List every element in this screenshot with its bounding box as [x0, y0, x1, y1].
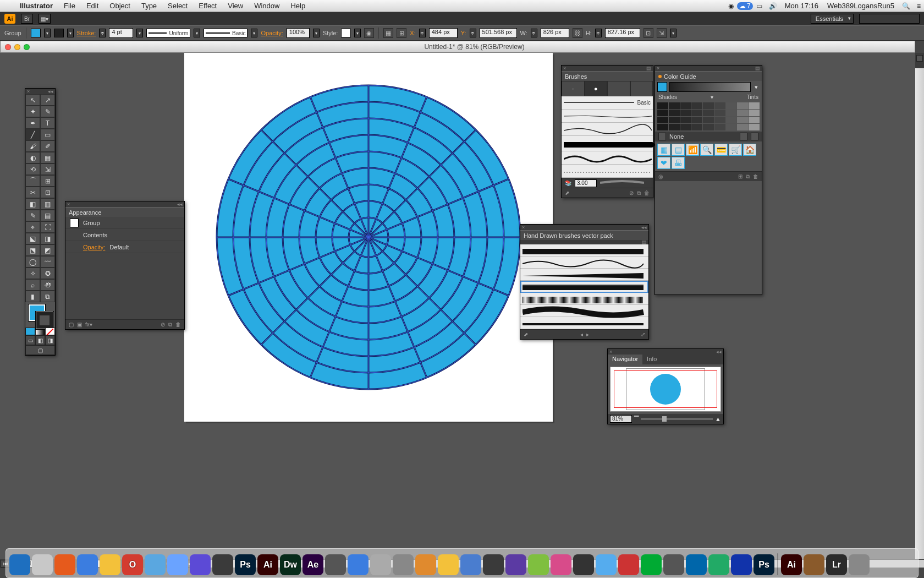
bridge-button[interactable]: Br: [21, 14, 33, 24]
color-swatch[interactable]: [680, 124, 691, 130]
artboard[interactable]: [184, 53, 553, 422]
close-icon[interactable]: ×: [563, 66, 566, 71]
guide-icon[interactable]: ▦: [657, 144, 670, 156]
vertical-scrollbar[interactable]: [915, 53, 924, 559]
dock-app-icon[interactable]: [528, 554, 549, 575]
color-swatch[interactable]: [726, 102, 737, 109]
panel-menu-icon[interactable]: ▤: [646, 66, 651, 71]
align-to-icon[interactable]: ⇲: [657, 28, 667, 38]
menu-type[interactable]: Type: [136, 2, 162, 10]
dock-app-icon[interactable]: Lr: [826, 554, 847, 575]
menu-edit[interactable]: Edit: [81, 2, 104, 10]
color-mode-color[interactable]: [25, 328, 35, 335]
tool-button[interactable]: 〰: [40, 256, 55, 268]
guide-icon[interactable]: ▤: [672, 144, 685, 156]
shape-mode-icon[interactable]: ⊡: [644, 28, 653, 38]
align-to-dd[interactable]: ▾: [670, 29, 676, 37]
tool-button[interactable]: ◨: [40, 233, 55, 244]
dock-app-icon[interactable]: [32, 554, 53, 575]
color-swatch[interactable]: [714, 117, 725, 123]
save-group-icon[interactable]: [751, 133, 758, 140]
h-stepper[interactable]: ≑: [595, 29, 602, 37]
new-stroke-icon[interactable]: ▣: [77, 321, 82, 328]
tool-button[interactable]: ✧: [25, 268, 40, 279]
close-icon[interactable]: ×: [67, 201, 70, 207]
dock-app-icon[interactable]: Ae: [302, 554, 323, 575]
tool-button[interactable]: ▦: [40, 152, 55, 163]
brush-definition[interactable]: Basic: [204, 29, 248, 37]
color-swatch[interactable]: [703, 117, 714, 123]
tool-button[interactable]: ▥: [40, 198, 55, 210]
hand-brush-item[interactable]: [520, 317, 648, 329]
dock-app-icon[interactable]: [9, 554, 30, 575]
appearance-opacity-row[interactable]: Opacity: Default: [65, 241, 184, 253]
tool-button[interactable]: ⇲: [40, 163, 55, 175]
tool-button[interactable]: ╱: [25, 129, 40, 140]
dock-app-icon[interactable]: [77, 554, 98, 575]
status-cloud-icon[interactable]: ☁7: [737, 2, 753, 10]
grid-icon[interactable]: [658, 133, 666, 140]
tool-button[interactable]: 🖌: [25, 140, 40, 152]
info-tab[interactable]: Info: [642, 355, 661, 364]
dock-app-icon[interactable]: [370, 554, 391, 575]
color-swatch[interactable]: [669, 102, 680, 109]
tool-button[interactable]: ▮: [25, 291, 40, 302]
tool-button[interactable]: ⬔: [25, 244, 40, 256]
tool-button[interactable]: ▤: [40, 210, 55, 221]
trash-icon[interactable]: 🗑: [175, 321, 181, 328]
workspace-switcher[interactable]: Essentials: [811, 14, 854, 24]
harmony-dropdown[interactable]: [669, 82, 751, 92]
tool-button[interactable]: T: [40, 117, 55, 129]
tool-button[interactable]: ⊡: [40, 187, 55, 198]
stroke-weight-dd[interactable]: ▾: [136, 29, 143, 37]
guide-icon[interactable]: 📶: [686, 144, 699, 156]
x-input[interactable]: 484 px: [429, 28, 458, 38]
polar-grid-artwork[interactable]: [215, 83, 522, 391]
dock-app-icon[interactable]: [460, 554, 481, 575]
dock-app-icon[interactable]: Ps: [235, 554, 256, 575]
color-swatch[interactable]: [703, 102, 714, 109]
fill-stroke-control[interactable]: [25, 302, 55, 328]
brush-basic[interactable]: Basic: [562, 96, 653, 110]
brush-dd[interactable]: ▾: [251, 29, 257, 37]
tool-button[interactable]: ⬕: [25, 233, 40, 244]
dock-app-icon[interactable]: [483, 554, 504, 575]
color-swatch[interactable]: [737, 110, 748, 116]
dock-app-icon[interactable]: [708, 554, 729, 575]
color-swatch[interactable]: [691, 117, 702, 123]
edit-colors-icon[interactable]: ◎: [658, 173, 663, 179]
guide-icon[interactable]: 🛒: [729, 144, 742, 156]
opacity-dd[interactable]: ▾: [313, 29, 320, 37]
tool-button[interactable]: ◩: [40, 244, 55, 256]
color-swatch[interactable]: [703, 124, 714, 130]
tool-button[interactable]: ▭: [40, 129, 55, 140]
stroke-weight-stepper[interactable]: ≑: [99, 29, 106, 37]
recolor-art-icon[interactable]: ◉: [364, 28, 374, 38]
panel-menu-icon[interactable]: ▤: [755, 66, 760, 71]
brush-slot-2[interactable]: ●: [585, 81, 608, 96]
navigator-zoom-input[interactable]: 81%: [610, 415, 632, 423]
minimize-window-icon[interactable]: [14, 44, 20, 50]
menu-file[interactable]: File: [58, 2, 81, 10]
tool-button[interactable]: ⊞: [40, 175, 55, 187]
menu-select[interactable]: Select: [162, 2, 193, 10]
stroke-dropdown[interactable]: ▾: [67, 29, 74, 37]
guide-icon[interactable]: 🖶: [672, 157, 685, 169]
opacity-link[interactable]: Opacity:: [83, 244, 105, 250]
menubar-user[interactable]: Web389LogansRun5: [823, 2, 899, 10]
style-dd[interactable]: ▾: [354, 29, 361, 37]
dock-app-icon[interactable]: [573, 554, 594, 575]
dock-app-icon[interactable]: [145, 554, 166, 575]
dock-app-icon[interactable]: [505, 554, 526, 575]
base-color-swatch[interactable]: [657, 82, 667, 92]
style-swatch[interactable]: [341, 29, 351, 37]
color-swatch[interactable]: [691, 110, 702, 116]
duplicate-icon[interactable]: ⧉: [168, 321, 172, 328]
dock-app-icon[interactable]: [100, 554, 120, 575]
tool-button[interactable]: ✐: [40, 140, 55, 152]
navigator-zoom-slider[interactable]: [641, 418, 713, 420]
color-swatch[interactable]: [726, 117, 737, 123]
tool-button[interactable]: ⌖: [25, 221, 40, 233]
dock-app-icon[interactable]: Ai: [257, 554, 278, 575]
dock-app-icon[interactable]: [641, 554, 662, 575]
